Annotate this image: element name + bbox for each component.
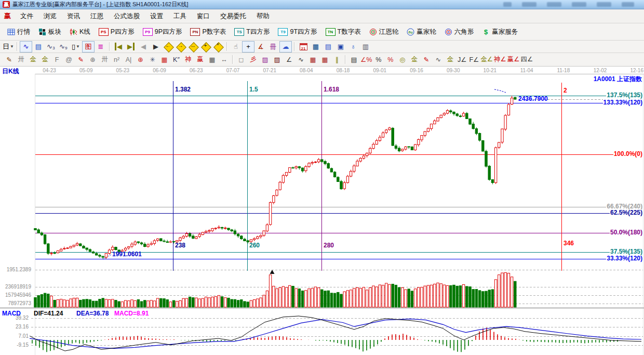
menu-item-江恩[interactable]: 江恩 <box>85 10 109 22</box>
save-icon[interactable]: ▣ <box>334 41 347 52</box>
hash-tool[interactable]: 卅 <box>99 54 111 65</box>
menu-item-公式选股[interactable]: 公式选股 <box>109 10 145 22</box>
pencil-ruler-tool[interactable]: ✎ <box>3 54 15 65</box>
wave-band-tool[interactable]: ∿ <box>432 54 444 65</box>
nav-first-button[interactable]: ◀ <box>112 41 125 52</box>
9p-square-button[interactable]: P99P四方形 <box>139 25 186 38</box>
grid-b-tool[interactable]: ▦ <box>319 54 331 65</box>
wave-tool[interactable]: ∿ <box>295 54 307 65</box>
zigzag-icon[interactable]: ∿ <box>20 41 32 52</box>
gold-circle-tool[interactable]: ◎ <box>396 54 408 65</box>
nav-last-button[interactable]: ▶ <box>125 41 137 52</box>
grid-123-tool[interactable]: ▦ <box>206 54 218 65</box>
grid-a-tool[interactable]: ▦ <box>307 54 319 65</box>
p-table-button[interactable]: PNP数字表 <box>186 25 230 38</box>
hexagon-button[interactable]: 六角形 <box>440 25 478 38</box>
shrink-left-diamond[interactable]: ← <box>162 41 175 52</box>
computer-icon[interactable]: ▥ <box>359 41 372 52</box>
titlebar-ghost-item[interactable] <box>522 2 536 7</box>
menu-item-窗口[interactable]: 窗口 <box>192 10 215 22</box>
grid-star-tool[interactable]: ▦ <box>158 54 170 65</box>
slash-lines-tool[interactable]: ∥ <box>331 54 343 65</box>
flash-pencil-tool[interactable]: ✎ <box>420 54 432 65</box>
menu-item-交易委托[interactable]: 交易委托 <box>215 10 251 22</box>
k-quote-tool[interactable]: K″ <box>170 54 182 65</box>
fan-tool[interactable]: 彡 <box>247 54 259 65</box>
gann-wheel-button[interactable]: 江恩轮 <box>365 25 403 38</box>
center-diamond[interactable]: + <box>199 41 212 52</box>
menu-item-资讯[interactable]: 资讯 <box>62 10 85 22</box>
t-square-button[interactable]: TST四方形 <box>230 25 274 38</box>
nav-prev-button[interactable]: ◀ <box>137 41 150 52</box>
titlebar-ghost-item[interactable] <box>503 2 512 7</box>
calendar-icon[interactable]: 21 <box>297 41 310 52</box>
menu-item-工具[interactable]: 工具 <box>168 10 192 22</box>
fit-all-diamond[interactable]: * <box>212 41 224 52</box>
grid-lines-tool[interactable]: 卅 <box>15 54 27 65</box>
sectors-button[interactable]: 板块 <box>34 25 65 38</box>
notes-icon[interactable]: ▤ <box>32 41 45 52</box>
calculator-icon[interactable]: ▦ <box>310 41 322 52</box>
service-button[interactable]: $赢家服务 <box>478 25 522 38</box>
shen-angle-tool[interactable]: 神∠ <box>493 54 507 65</box>
a-line-tool[interactable]: A| <box>123 54 135 65</box>
winner-wheel-button[interactable]: Big赢家轮 <box>403 25 440 38</box>
wave9-icon[interactable]: ∿₉ <box>57 41 70 52</box>
n2-tool[interactable]: n² <box>111 54 123 65</box>
gold-angle-tool[interactable]: 金∠ <box>480 54 493 65</box>
menu-item-帮助[interactable]: 帮助 <box>251 10 275 22</box>
gann-gold-tool-2[interactable]: 金 <box>39 54 51 65</box>
titlebar-ghost-item[interactable] <box>622 2 634 7</box>
gann-frame-tool[interactable]: 冊 <box>267 41 279 52</box>
wave3-icon[interactable]: ∿₃ <box>45 41 57 52</box>
angle-tool[interactable]: ∡ <box>254 41 267 52</box>
p-square-button[interactable]: PSP四方形 <box>95 25 139 38</box>
red-circle-tool[interactable]: ⊕ <box>135 54 146 65</box>
fan-box-tool[interactable]: ▨ <box>259 54 271 65</box>
ying-tool[interactable]: 赢 <box>194 54 206 65</box>
expand-diamond[interactable]: ↔ <box>187 41 199 52</box>
t-table-button[interactable]: TNT数字表 <box>321 25 365 38</box>
hand-tool[interactable]: ☝ <box>230 41 242 52</box>
web-icon[interactable]: ♁ <box>347 41 359 52</box>
box-tool[interactable]: ◻ <box>235 54 247 65</box>
gann-box-tool[interactable]: ▤ <box>348 54 360 65</box>
9t-square-button[interactable]: T99T四方形 <box>274 25 321 38</box>
j-angle-tool[interactable]: J∠ <box>456 54 468 65</box>
kline-button[interactable]: K线 <box>65 25 95 38</box>
titlebar-ghost-item[interactable] <box>572 2 586 7</box>
f-lines-tool[interactable]: F <box>51 54 63 65</box>
quotes-button[interactable]: 行情 <box>3 25 34 38</box>
si-angle-tool[interactable]: 四∠ <box>520 54 533 65</box>
fan-box-dark-tool[interactable]: ▨ <box>271 54 283 65</box>
menu-item-设置[interactable]: 设置 <box>145 10 168 22</box>
profile-icon[interactable]: ≣ <box>95 41 107 52</box>
f-angle-tool[interactable]: F∠ <box>468 54 480 65</box>
starburst-tool[interactable]: ✳ <box>146 54 158 65</box>
spiral-tool[interactable]: @ <box>63 54 75 65</box>
gann-gold-tool-1[interactable]: 金 <box>27 54 39 65</box>
notepad-icon[interactable]: ▤ <box>322 41 334 52</box>
angle-fan-tool[interactable]: ∠ <box>283 54 295 65</box>
red-pencil-tool[interactable]: ✎ <box>75 54 87 65</box>
period-select[interactable]: 日▼ <box>2 41 15 52</box>
chart-canvas[interactable] <box>0 67 644 355</box>
mind-map-tool[interactable]: ☁ <box>279 41 292 52</box>
shen-tool[interactable]: 神 <box>182 54 194 65</box>
ying-angle-tool[interactable]: 赢∠ <box>507 54 520 65</box>
gold-under-tool[interactable]: 金 <box>444 54 456 65</box>
pattern-icon[interactable]: 图 <box>82 41 95 52</box>
titlebar-ghost-item[interactable] <box>547 2 561 7</box>
gold-line-tool[interactable]: 金 <box>408 54 420 65</box>
percent-line-tool[interactable]: ∠% <box>360 54 372 65</box>
percent-under-tool[interactable]: % <box>384 54 396 65</box>
circle-grid-tool[interactable]: ⊕ <box>87 54 99 65</box>
shrink-right-diamond[interactable]: → <box>175 41 187 52</box>
width-tool[interactable]: ↔ <box>218 54 230 65</box>
candle-style-select[interactable]: ▯▼ <box>70 41 82 52</box>
menu-item-文件[interactable]: 文件 <box>15 10 38 22</box>
percent-tool[interactable]: % <box>372 54 384 65</box>
nav-next-button[interactable]: ▶ <box>150 41 162 52</box>
titlebar-ghost-item[interactable] <box>597 2 611 7</box>
crosshair-tool[interactable]: + <box>242 41 254 52</box>
